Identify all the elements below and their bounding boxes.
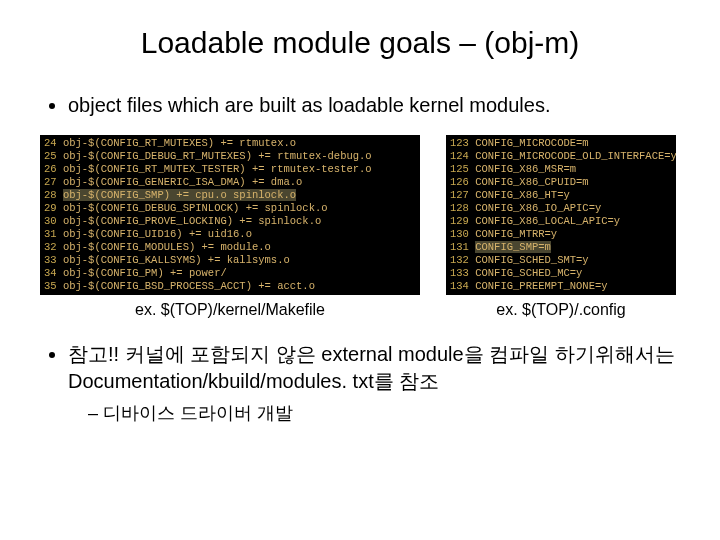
code-line: 134 CONFIG_PREEMPT_NONE=y xyxy=(450,280,672,293)
code-line: 25 obj-$(CONFIG_DEBUG_RT_MUTEXES) += rtm… xyxy=(44,150,416,163)
config-screenshot: 123 CONFIG_MICROCODE=m124 CONFIG_MICROCO… xyxy=(446,135,676,295)
code-line: 127 CONFIG_X86_HT=y xyxy=(450,189,672,202)
code-text: obj-$(CONFIG_GENERIC_ISA_DMA) += dma.o xyxy=(63,176,302,188)
line-number: 133 xyxy=(450,267,475,279)
code-line: 129 CONFIG_X86_LOCAL_APIC=y xyxy=(450,215,672,228)
line-number: 24 xyxy=(44,137,63,149)
code-line: 131 CONFIG_SMP=m xyxy=(450,241,672,254)
page-title: Loadable module goals – (obj-m) xyxy=(40,26,680,60)
bullet-list-bottom: 참고!! 커널에 포함되지 않은 external module을 컴파일 하기… xyxy=(40,341,680,425)
bullet-item: 참고!! 커널에 포함되지 않은 external module을 컴파일 하기… xyxy=(68,341,680,425)
line-number: 127 xyxy=(450,189,475,201)
code-text: obj-$(CONFIG_DEBUG_RT_MUTEXES) += rtmute… xyxy=(63,150,372,162)
code-text: CONFIG_X86_LOCAL_APIC=y xyxy=(475,215,620,227)
code-text: CONFIG_SMP=m xyxy=(475,241,551,253)
sub-item: 디바이스 드라이버 개발 xyxy=(88,401,680,425)
line-number: 129 xyxy=(450,215,475,227)
code-line: 31 obj-$(CONFIG_UID16) += uid16.o xyxy=(44,228,416,241)
code-text: obj-$(CONFIG_RT_MUTEXES) += rtmutex.o xyxy=(63,137,296,149)
line-number: 35 xyxy=(44,280,63,292)
line-number: 124 xyxy=(450,150,475,162)
line-number: 134 xyxy=(450,280,475,292)
bullet-item: object files which are built as loadable… xyxy=(68,94,680,117)
sub-list: 디바이스 드라이버 개발 xyxy=(68,401,680,425)
code-line: 32 obj-$(CONFIG_MODULES) += module.o xyxy=(44,241,416,254)
screenshot-row: 24 obj-$(CONFIG_RT_MUTEXES) += rtmutex.o… xyxy=(40,135,680,295)
code-text: CONFIG_MTRR=y xyxy=(475,228,557,240)
code-line: 125 CONFIG_X86_MSR=m xyxy=(450,163,672,176)
code-text: obj-$(CONFIG_BSD_PROCESS_ACCT) += acct.o xyxy=(63,280,315,292)
line-number: 128 xyxy=(450,202,475,214)
code-text: obj-$(CONFIG_RT_MUTEX_TESTER) += rtmutex… xyxy=(63,163,372,175)
slide: Loadable module goals – (obj-m) object f… xyxy=(0,0,720,540)
line-number: 30 xyxy=(44,215,63,227)
code-text: CONFIG_SCHED_MC=y xyxy=(475,267,582,279)
line-number: 31 xyxy=(44,228,63,240)
line-number: 131 xyxy=(450,241,475,253)
code-line: 128 CONFIG_X86_IO_APIC=y xyxy=(450,202,672,215)
line-number: 132 xyxy=(450,254,475,266)
code-text: obj-$(CONFIG_UID16) += uid16.o xyxy=(63,228,252,240)
line-number: 28 xyxy=(44,189,63,201)
code-text: obj-$(CONFIG_KALLSYMS) += kallsyms.o xyxy=(63,254,290,266)
line-number: 29 xyxy=(44,202,63,214)
code-text: obj-$(CONFIG_PROVE_LOCKING) += spinlock.… xyxy=(63,215,321,227)
line-number: 25 xyxy=(44,150,63,162)
code-line: 29 obj-$(CONFIG_DEBUG_SPINLOCK) += spinl… xyxy=(44,202,416,215)
makefile-screenshot: 24 obj-$(CONFIG_RT_MUTEXES) += rtmutex.o… xyxy=(40,135,420,295)
code-line: 30 obj-$(CONFIG_PROVE_LOCKING) += spinlo… xyxy=(44,215,416,228)
code-text: obj-$(CONFIG_PM) += power/ xyxy=(63,267,227,279)
code-line: 26 obj-$(CONFIG_RT_MUTEX_TESTER) += rtmu… xyxy=(44,163,416,176)
bullet-list-top: object files which are built as loadable… xyxy=(40,94,680,117)
line-number: 27 xyxy=(44,176,63,188)
code-line: 132 CONFIG_SCHED_SMT=y xyxy=(450,254,672,267)
bullet-text-line2: Documentation/kbuild/modules. txt를 참조 xyxy=(68,370,439,392)
line-number: 130 xyxy=(450,228,475,240)
code-text: CONFIG_X86_CPUID=m xyxy=(475,176,588,188)
line-number: 126 xyxy=(450,176,475,188)
code-line: 34 obj-$(CONFIG_PM) += power/ xyxy=(44,267,416,280)
code-line: 133 CONFIG_SCHED_MC=y xyxy=(450,267,672,280)
code-text: obj-$(CONFIG_SMP) += cpu.o spinlock.o xyxy=(63,189,296,201)
config-caption: ex. $(TOP)/.config xyxy=(446,301,676,319)
code-text: CONFIG_MICROCODE_OLD_INTERFACE=y xyxy=(475,150,676,162)
code-line: 28 obj-$(CONFIG_SMP) += cpu.o spinlock.o xyxy=(44,189,416,202)
code-line: 124 CONFIG_MICROCODE_OLD_INTERFACE=y xyxy=(450,150,672,163)
line-number: 32 xyxy=(44,241,63,253)
code-line: 24 obj-$(CONFIG_RT_MUTEXES) += rtmutex.o xyxy=(44,137,416,150)
code-line: 123 CONFIG_MICROCODE=m xyxy=(450,137,672,150)
code-text: CONFIG_X86_MSR=m xyxy=(475,163,576,175)
caption-row: ex. $(TOP)/kernel/Makefile ex. $(TOP)/.c… xyxy=(40,301,680,319)
code-line: 126 CONFIG_X86_CPUID=m xyxy=(450,176,672,189)
line-number: 123 xyxy=(450,137,475,149)
code-text: CONFIG_X86_IO_APIC=y xyxy=(475,202,601,214)
code-text: CONFIG_MICROCODE=m xyxy=(475,137,588,149)
bullet-text-line1: 참고!! 커널에 포함되지 않은 external module을 컴파일 하기… xyxy=(68,343,675,365)
code-line: 27 obj-$(CONFIG_GENERIC_ISA_DMA) += dma.… xyxy=(44,176,416,189)
line-number: 125 xyxy=(450,163,475,175)
line-number: 33 xyxy=(44,254,63,266)
line-number: 26 xyxy=(44,163,63,175)
line-number: 34 xyxy=(44,267,63,279)
code-text: CONFIG_X86_HT=y xyxy=(475,189,570,201)
code-text: obj-$(CONFIG_DEBUG_SPINLOCK) += spinlock… xyxy=(63,202,328,214)
makefile-caption: ex. $(TOP)/kernel/Makefile xyxy=(40,301,420,319)
code-line: 130 CONFIG_MTRR=y xyxy=(450,228,672,241)
code-line: 33 obj-$(CONFIG_KALLSYMS) += kallsyms.o xyxy=(44,254,416,267)
code-line: 35 obj-$(CONFIG_BSD_PROCESS_ACCT) += acc… xyxy=(44,280,416,293)
code-text: obj-$(CONFIG_MODULES) += module.o xyxy=(63,241,271,253)
code-text: CONFIG_SCHED_SMT=y xyxy=(475,254,588,266)
code-text: CONFIG_PREEMPT_NONE=y xyxy=(475,280,607,292)
